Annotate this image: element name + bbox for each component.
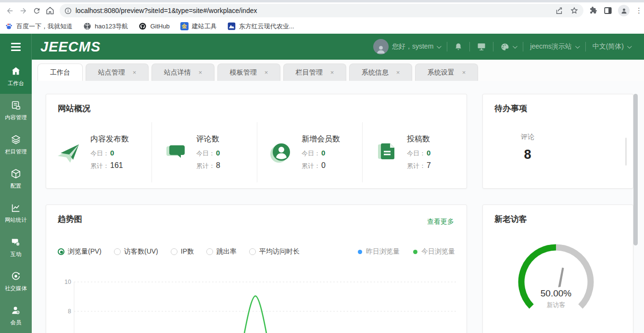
refresh-button[interactable] xyxy=(30,4,43,17)
bookmark-label: 百度一下，我就知道 xyxy=(16,22,73,31)
baidu-paw-icon xyxy=(5,22,13,30)
gold-favicon: 金 xyxy=(180,22,189,30)
bookmarks-bar: 百度一下，我就知道 hao123导航 GitHub 金 建站工具 东方红云现代农… xyxy=(0,19,644,34)
tab-workbench[interactable]: 工作台 xyxy=(38,64,83,81)
notifications-button[interactable] xyxy=(447,42,469,51)
bookmark-label: 东方红云现代农业... xyxy=(239,22,294,31)
close-icon[interactable]: × xyxy=(133,69,137,76)
sidebar-item-content[interactable]: 内容管理 xyxy=(0,94,32,128)
forward-button[interactable] xyxy=(16,4,30,17)
today-value: 0 xyxy=(216,149,220,157)
tab-system-info[interactable]: 系统信息 × xyxy=(349,64,412,81)
radio-selected-icon xyxy=(58,248,64,255)
close-icon[interactable]: × xyxy=(396,69,400,76)
sidebar-item-config[interactable]: 配置 xyxy=(0,162,32,196)
content-doc-icon xyxy=(11,100,21,111)
bookmark-github[interactable]: GitHub xyxy=(139,22,169,30)
user-circle-icon xyxy=(268,140,294,166)
content-scrollbar[interactable] xyxy=(633,94,638,245)
bookmark-dongfanghong[interactable]: 东方红云现代农业... xyxy=(227,22,294,31)
bookmark-label: GitHub xyxy=(150,23,169,30)
browser-profile-avatar[interactable] xyxy=(618,5,630,16)
tab-column-management[interactable]: 栏目管理 × xyxy=(283,64,346,81)
total-value: 8 xyxy=(216,161,220,169)
chevron-down-icon xyxy=(513,44,518,49)
home-icon xyxy=(11,66,21,77)
svg-text:10: 10 xyxy=(64,279,71,285)
tab-site-detail[interactable]: 站点详情 × xyxy=(152,64,215,81)
legend-today[interactable]: 今日浏览量 xyxy=(413,247,455,256)
bookmark-jianzhan[interactable]: 金 建站工具 xyxy=(180,22,217,31)
chevron-down-icon xyxy=(437,44,442,49)
address-bar[interactable]: localhost:8080/preview?siteId=1&type=sit… xyxy=(60,4,583,17)
metric-radio-uv[interactable]: 访客数(UV) xyxy=(114,247,158,256)
todo-item-comments[interactable]: 评论 8 xyxy=(511,133,544,162)
trend-line-chart: 10 8 xyxy=(46,270,467,333)
back-button[interactable] xyxy=(3,4,16,17)
metric-radio-bounce[interactable]: 跳出率 xyxy=(206,247,237,256)
tab-system-settings[interactable]: 系统设置 × xyxy=(415,64,478,81)
browser-toolbar: localhost:8080/preview?siteId=1&type=sit… xyxy=(0,2,644,19)
mountain-favicon xyxy=(227,22,236,30)
theme-picker[interactable] xyxy=(493,42,523,51)
globe-icon xyxy=(83,22,91,30)
site-name: jeecms演示站 xyxy=(530,42,571,51)
home-button[interactable] xyxy=(43,4,57,17)
today-value: 0 xyxy=(427,149,430,157)
gauge-needle xyxy=(558,268,564,287)
chevron-down-icon xyxy=(627,44,632,49)
sidebar-item-workbench[interactable]: 工作台 xyxy=(0,60,32,94)
metric-radio-pv[interactable]: 浏览量(PV) xyxy=(58,247,101,256)
radio-icon xyxy=(206,248,213,255)
stat-new-members: 新增会员数 今日：0 累计：0 xyxy=(257,122,362,182)
metric-radio-duration[interactable]: 平均访问时长 xyxy=(249,247,300,256)
paper-plane-icon xyxy=(57,140,83,166)
visitors-gauge: 50.00% 新访客 xyxy=(483,205,634,333)
sidebar-item-interaction[interactable]: 互动 xyxy=(0,231,32,265)
total-value: 0 xyxy=(321,161,326,169)
svg-text:8: 8 xyxy=(68,308,71,315)
today-views-spike xyxy=(241,296,270,333)
share-icon[interactable] xyxy=(555,7,563,15)
sidebar-item-columns[interactable]: 栏目管理 xyxy=(0,128,32,162)
bookmark-baidu[interactable]: 百度一下，我就知道 xyxy=(5,22,73,31)
radio-icon xyxy=(114,248,121,255)
workspace-tabbar: 工作台 站点管理 × 站点详情 × 模板管理 × 栏目管理 × 系统信息 × xyxy=(32,60,644,81)
card-title: 趋势图 xyxy=(58,214,82,225)
language-switcher[interactable]: 中文(简体) xyxy=(586,42,637,51)
page-info-icon[interactable] xyxy=(64,7,72,14)
trend-chart-card: 趋势图 查看更多 浏览量(PV) 访客数(UV) IP数 跳出率 平均访问时长 … xyxy=(46,205,467,333)
close-icon[interactable]: × xyxy=(265,69,268,76)
bookmark-label: 建站工具 xyxy=(192,22,217,31)
preview-display-button[interactable] xyxy=(470,42,493,51)
bell-icon xyxy=(454,42,463,51)
extensions-icon[interactable] xyxy=(589,6,598,15)
app-header: JEECMS 您好，system xyxy=(0,34,644,60)
language-label: 中文(简体) xyxy=(593,42,624,51)
sidebar-nav: 工作台 内容管理 栏目管理 配置 网站统计 互动 社交媒体 会员 xyxy=(0,60,32,333)
close-icon[interactable]: × xyxy=(330,69,334,76)
browser-menu-icon[interactable]: ⋮ xyxy=(635,9,641,12)
metric-radio-ip[interactable]: IP数 xyxy=(171,247,194,256)
sidebar-item-social[interactable]: 社交媒体 xyxy=(0,265,32,299)
url-text[interactable]: localhost:8080/preview?siteId=1&type=sit… xyxy=(76,7,551,14)
site-switcher[interactable]: jeecms演示站 xyxy=(523,42,585,51)
legend-yesterday[interactable]: 昨日浏览量 xyxy=(358,247,400,256)
bookmark-hao123[interactable]: hao123导航 xyxy=(83,22,128,31)
member-icon xyxy=(11,305,21,316)
sidebar-item-statistics[interactable]: 网站统计 xyxy=(0,196,32,231)
radio-icon xyxy=(249,248,256,255)
side-panel-icon[interactable] xyxy=(604,6,612,15)
sidebar-item-members[interactable]: 会员 xyxy=(0,299,32,333)
close-icon[interactable]: × xyxy=(199,69,202,76)
card-title: 待办事项 xyxy=(494,103,527,114)
tab-site-management[interactable]: 站点管理 × xyxy=(86,64,149,81)
menu-toggle-button[interactable] xyxy=(0,34,32,60)
user-menu[interactable]: 您好，system xyxy=(366,39,447,54)
todo-scrollbar[interactable] xyxy=(625,138,627,166)
cube-icon xyxy=(11,168,21,179)
bookmark-star-icon[interactable] xyxy=(570,6,579,15)
close-icon[interactable]: × xyxy=(462,69,466,76)
view-more-link[interactable]: 查看更多 xyxy=(427,218,454,226)
tab-template-management[interactable]: 模板管理 × xyxy=(217,64,280,81)
